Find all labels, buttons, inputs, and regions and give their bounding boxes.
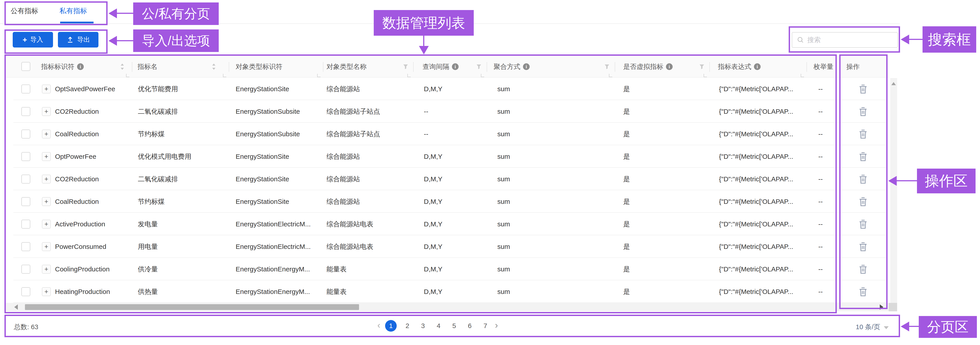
row-checkbox[interactable] (21, 197, 30, 206)
search-input[interactable]: 搜索 (792, 32, 898, 48)
row-checkbox[interactable] (21, 129, 30, 139)
scroll-left-icon[interactable] (14, 304, 18, 310)
cell-expression: {"D":"#{Metric['OLAPAP... (719, 108, 793, 115)
delete-button[interactable] (858, 196, 869, 207)
page-number-button[interactable]: 1 (385, 320, 397, 332)
row-checkbox[interactable] (21, 242, 30, 251)
column-header[interactable]: 对象类型名称 (326, 56, 412, 78)
cell-aggregation: sum (497, 198, 510, 205)
row-checkbox[interactable] (21, 175, 30, 184)
column-header[interactable]: 对象类型标识符 (235, 56, 320, 78)
cell-enum: -- (818, 85, 823, 93)
cell-metric-name: 供冷量 (138, 265, 158, 274)
cell-query-interval: D,M,Y (424, 265, 442, 273)
prev-page-button[interactable]: ‹ (375, 320, 382, 332)
cell-aggregation: sum (497, 108, 510, 115)
expand-row-button[interactable]: + (42, 129, 51, 139)
arrow-line-tabs (116, 13, 133, 14)
expand-row-button[interactable]: + (42, 265, 51, 274)
cell-is-virtual: 是 (623, 197, 630, 206)
chevron-down-icon (884, 326, 889, 329)
cell-metric-name: 供热量 (138, 287, 158, 296)
expand-row-button[interactable]: + (42, 175, 51, 184)
export-button-label: 导出 (77, 35, 90, 44)
page-number-button[interactable]: 5 (449, 320, 459, 332)
sort-icon[interactable] (120, 63, 125, 70)
cell-metric-id: OptPowerFee (55, 153, 96, 160)
cell-expression: {"D":"#{Metric['OLAPAP... (719, 130, 793, 138)
cell-aggregation: sum (497, 288, 510, 295)
tab-private-metrics[interactable]: 私有指标 (59, 6, 87, 16)
cell-metric-id: CoalReduction (55, 198, 99, 205)
horizontal-scrollbar-thumb[interactable] (25, 304, 359, 310)
delete-button[interactable] (858, 128, 869, 140)
expand-row-button[interactable]: + (42, 197, 51, 206)
scroll-right-icon[interactable] (880, 304, 883, 310)
column-header[interactable]: 指标表达式 i (718, 56, 805, 78)
filter-icon[interactable] (403, 64, 409, 70)
row-checkbox[interactable] (21, 107, 30, 116)
scroll-up-icon[interactable] (891, 82, 896, 85)
expand-row-button[interactable]: + (42, 107, 51, 116)
table-row: + CoalReduction 节约标煤 EnergyStationSite 综… (6, 190, 889, 213)
cell-object-type-name: 综合能源站电表 (326, 219, 373, 228)
filter-icon[interactable] (699, 64, 705, 70)
cell-object-type-id: EnergyStationSite (235, 198, 289, 205)
cell-metric-name: 节约标煤 (138, 129, 165, 139)
column-header[interactable]: 查询间隔 i (423, 56, 485, 78)
row-checkbox[interactable] (21, 220, 30, 228)
tab-public-metrics[interactable]: 公有指标 (11, 6, 38, 16)
expand-row-button[interactable]: + (42, 242, 51, 251)
delete-button[interactable] (858, 241, 869, 252)
horizontal-scrollbar[interactable] (6, 303, 889, 311)
arrow-line-import-export (116, 40, 133, 41)
page-number-button[interactable]: 3 (418, 320, 428, 332)
select-all-checkbox[interactable] (21, 62, 30, 71)
column-header[interactable]: 操作 (846, 56, 884, 78)
expand-row-button[interactable]: + (42, 85, 51, 93)
cell-is-virtual: 是 (623, 129, 630, 139)
row-checkbox[interactable] (21, 287, 30, 296)
export-button[interactable]: 导出 (58, 32, 99, 48)
delete-button[interactable] (858, 219, 869, 230)
cell-object-type-id: EnergyStationElectricM... (235, 243, 311, 251)
filter-icon[interactable] (604, 64, 610, 70)
delete-button[interactable] (858, 83, 869, 94)
sort-icon[interactable] (212, 63, 216, 70)
column-header[interactable]: 聚合方式 i (493, 56, 613, 78)
cell-expression: {"D":"#{Metric['OLAPAP... (719, 153, 793, 160)
page-size-select[interactable]: 10 条/页 (856, 323, 889, 332)
next-page-button[interactable]: › (493, 320, 500, 332)
import-button[interactable]: + 导入 (13, 32, 53, 48)
cell-is-virtual: 是 (623, 242, 630, 251)
column-header[interactable]: 枚举量 (813, 56, 840, 78)
column-header[interactable]: 是否虚拟指标 i (623, 56, 708, 78)
delete-button[interactable] (858, 174, 869, 185)
cell-query-interval: -- (424, 108, 428, 115)
cell-object-type-name: 能量表 (326, 287, 347, 296)
filter-icon[interactable] (476, 64, 482, 70)
column-header-label: 是否虚拟指标 (623, 62, 663, 71)
row-checkbox[interactable] (21, 265, 30, 274)
table-row: + CoolingProduction 供冷量 EnergyStationEne… (6, 258, 889, 280)
page-number-button[interactable]: 7 (480, 320, 490, 332)
delete-button[interactable] (858, 151, 869, 162)
cell-aggregation: sum (497, 220, 510, 228)
expand-row-button[interactable]: + (42, 287, 51, 296)
cell-is-virtual: 是 (623, 174, 630, 184)
column-header[interactable]: 指标标识符 i (41, 56, 136, 78)
page-number-button[interactable]: 4 (434, 320, 444, 332)
annotation-table: 数据管理列表 (374, 10, 474, 36)
row-checkbox[interactable] (21, 152, 30, 161)
expand-row-button[interactable]: + (42, 152, 51, 161)
page-number-button[interactable]: 6 (465, 320, 475, 332)
delete-button[interactable] (858, 106, 869, 117)
row-checkbox[interactable] (21, 85, 30, 93)
page-number-button[interactable]: 2 (402, 320, 412, 332)
delete-button[interactable] (858, 286, 869, 297)
cell-metric-id: PowerConsumed (55, 243, 106, 251)
vertical-scrollbar[interactable] (890, 78, 897, 310)
delete-button[interactable] (858, 264, 869, 275)
column-header[interactable]: 指标名 (137, 56, 228, 78)
expand-row-button[interactable]: + (42, 220, 51, 228)
